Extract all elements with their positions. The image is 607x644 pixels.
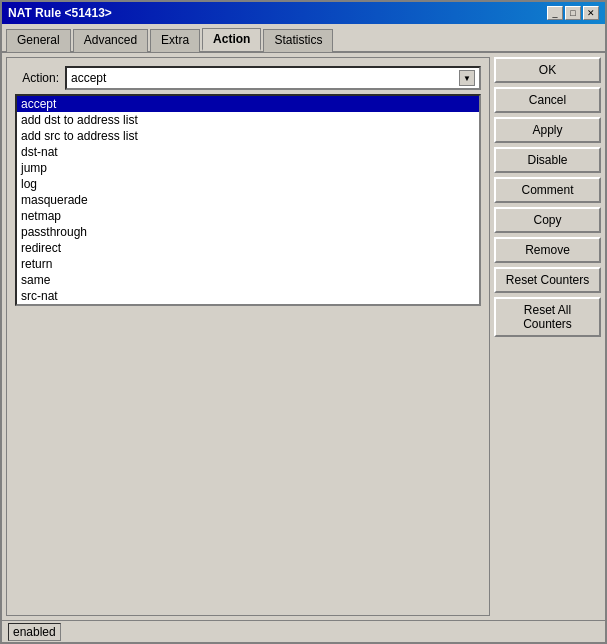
dropdown-item[interactable]: same — [17, 272, 479, 288]
action-row: Action: accept ▼ — [15, 66, 481, 90]
dropdown-item[interactable]: dst-nat — [17, 144, 479, 160]
dropdown-item[interactable]: masquerade — [17, 192, 479, 208]
dropdown-item[interactable]: netmap — [17, 208, 479, 224]
status-text: enabled — [8, 623, 61, 641]
tab-advanced[interactable]: Advanced — [73, 29, 148, 52]
dropdown-item[interactable]: src-nat — [17, 288, 479, 304]
dropdown-item[interactable]: accept — [17, 96, 479, 112]
dropdown-item[interactable]: redirect — [17, 240, 479, 256]
remove-button[interactable]: Remove — [494, 237, 601, 263]
apply-button[interactable]: Apply — [494, 117, 601, 143]
copy-button[interactable]: Copy — [494, 207, 601, 233]
action-select-value: accept — [71, 71, 106, 85]
maximize-button[interactable]: □ — [565, 6, 581, 20]
dropdown-item[interactable]: passthrough — [17, 224, 479, 240]
dropdown-arrow-icon[interactable]: ▼ — [459, 70, 475, 86]
dropdown-item[interactable]: log — [17, 176, 479, 192]
ok-button[interactable]: OK — [494, 57, 601, 83]
action-select-display[interactable]: accept ▼ — [65, 66, 481, 90]
reset-all-counters-button[interactable]: Reset All Counters — [494, 297, 601, 337]
reset-counters-button[interactable]: Reset Counters — [494, 267, 601, 293]
action-dropdown-list[interactable]: acceptadd dst to address listadd src to … — [15, 94, 481, 306]
action-select-wrapper: accept ▼ — [65, 66, 481, 90]
title-bar: NAT Rule <51413> _ □ ✕ — [2, 2, 605, 24]
dropdown-item[interactable]: add src to address list — [17, 128, 479, 144]
dropdown-item[interactable]: return — [17, 256, 479, 272]
tab-action[interactable]: Action — [202, 28, 261, 51]
disable-button[interactable]: Disable — [494, 147, 601, 173]
tab-statistics[interactable]: Statistics — [263, 29, 333, 52]
nat-rule-window: NAT Rule <51413> _ □ ✕ General Advanced … — [0, 0, 607, 644]
main-panel: Action: accept ▼ acceptadd dst to addres… — [6, 57, 490, 616]
content-area: Action: accept ▼ acceptadd dst to addres… — [2, 53, 605, 620]
tab-general[interactable]: General — [6, 29, 71, 52]
minimize-button[interactable]: _ — [547, 6, 563, 20]
title-bar-controls: _ □ ✕ — [547, 6, 599, 20]
action-label: Action: — [15, 71, 59, 85]
close-button[interactable]: ✕ — [583, 6, 599, 20]
window-title: NAT Rule <51413> — [8, 6, 112, 20]
tab-bar: General Advanced Extra Action Statistics — [2, 24, 605, 53]
dropdown-item[interactable]: add dst to address list — [17, 112, 479, 128]
tab-extra[interactable]: Extra — [150, 29, 200, 52]
status-bar: enabled — [2, 620, 605, 642]
comment-button[interactable]: Comment — [494, 177, 601, 203]
sidebar-buttons: OK Cancel Apply Disable Comment Copy Rem… — [490, 53, 605, 620]
cancel-button[interactable]: Cancel — [494, 87, 601, 113]
dropdown-item[interactable]: jump — [17, 160, 479, 176]
